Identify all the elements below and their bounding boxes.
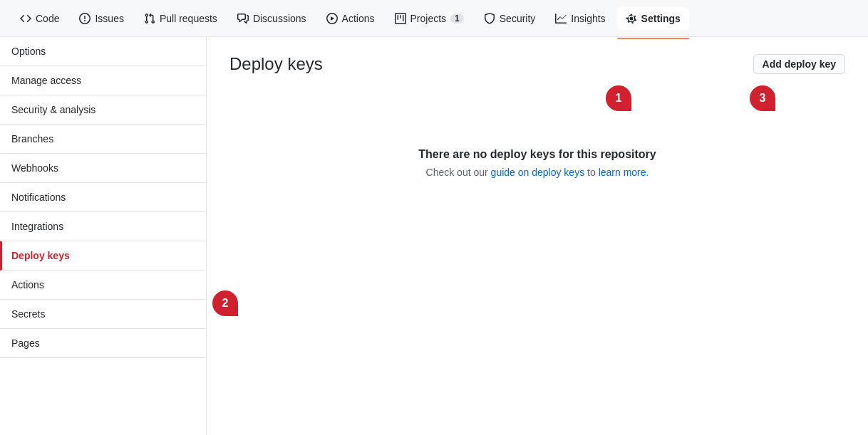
nav-code[interactable]: Code [11,7,68,30]
sidebar-item-manage-access-label: Manage access [11,75,81,86]
nav-insights[interactable]: Insights [547,7,614,30]
sidebar-item-integrations[interactable]: Integrations [0,212,206,241]
discussions-icon [237,13,249,24]
nav-insights-label: Insights [571,13,605,24]
layout: Options Manage access Security & analysi… [0,37,868,435]
issues-icon [79,13,91,24]
settings-icon [626,13,637,24]
code-icon [20,13,31,24]
nav-actions-label: Actions [342,13,375,24]
nav-projects-label: Projects [410,13,447,24]
guide-link[interactable]: guide on deploy keys [491,167,585,178]
sidebar-item-pages-label: Pages [11,337,40,349]
actions-icon [326,13,338,24]
sidebar: Options Manage access Security & analysi… [0,37,207,435]
sidebar-item-secrets[interactable]: Secrets [0,300,206,329]
sidebar-item-webhooks-label: Webhooks [11,162,58,174]
sidebar-item-actions-label: Actions [11,279,44,290]
sidebar-item-branches[interactable]: Branches [0,125,206,154]
annotation-3: 3 [750,85,775,111]
security-icon [484,13,495,24]
pull-request-icon [144,13,155,24]
nav-issues-label: Issues [95,13,123,24]
empty-state-desc-prefix: Check out our [426,167,491,178]
sidebar-item-branches-label: Branches [11,133,53,145]
empty-state: There are no deploy keys for this reposi… [229,91,845,235]
sidebar-item-webhooks[interactable]: Webhooks [0,154,206,183]
nav-pull-requests-label: Pull requests [160,13,217,24]
sidebar-item-notifications[interactable]: Notifications [0,183,206,212]
empty-state-title: There are no deploy keys for this reposi… [244,148,831,161]
nav-pull-requests[interactable]: Pull requests [135,7,226,30]
nav-discussions[interactable]: Discussions [229,7,315,30]
top-nav: Code Issues Pull requests Discussions Ac… [0,0,868,37]
nav-code-label: Code [36,13,59,24]
page-header: Deploy keys Add deploy key [229,54,845,74]
sidebar-item-manage-access[interactable]: Manage access [0,66,206,95]
empty-state-desc-suffix: . [646,167,649,178]
sidebar-item-options-label: Options [11,46,46,57]
nav-settings[interactable]: Settings [617,7,689,30]
sidebar-item-integrations-label: Integrations [11,221,63,232]
nav-issues[interactable]: Issues [71,7,132,30]
sidebar-item-options[interactable]: Options [0,37,206,66]
sidebar-item-security-analysis-label: Security & analysis [11,104,95,115]
sidebar-item-deploy-keys-label: Deploy keys [11,250,70,261]
empty-state-desc-middle: to [584,167,598,178]
empty-state-desc: Check out our guide on deploy keys to le… [244,167,831,178]
sidebar-item-pages[interactable]: Pages [0,329,206,358]
nav-settings-label: Settings [641,13,681,24]
annotation-1: 1 [606,85,631,111]
nav-security[interactable]: Security [475,7,544,30]
projects-badge: 1 [450,14,464,23]
nav-discussions-label: Discussions [253,13,306,24]
sidebar-item-actions[interactable]: Actions [0,271,206,300]
sidebar-item-notifications-label: Notifications [11,192,66,203]
learn-more-link[interactable]: learn more [599,167,646,178]
sidebar-item-deploy-keys[interactable]: Deploy keys [0,241,206,271]
add-deploy-key-button[interactable]: Add deploy key [753,54,845,74]
projects-icon [395,13,406,24]
nav-projects[interactable]: Projects 1 [386,7,472,30]
sidebar-item-secrets-label: Secrets [11,308,45,320]
nav-security-label: Security [500,13,536,24]
nav-actions[interactable]: Actions [318,7,383,30]
main-content: 1 3 Deploy keys Add deploy key There are… [207,37,868,435]
sidebar-item-security-analysis[interactable]: Security & analysis [0,95,206,125]
page-title: Deploy keys [229,54,323,74]
annotation-2: 2 [212,290,238,316]
insights-icon [555,13,567,24]
